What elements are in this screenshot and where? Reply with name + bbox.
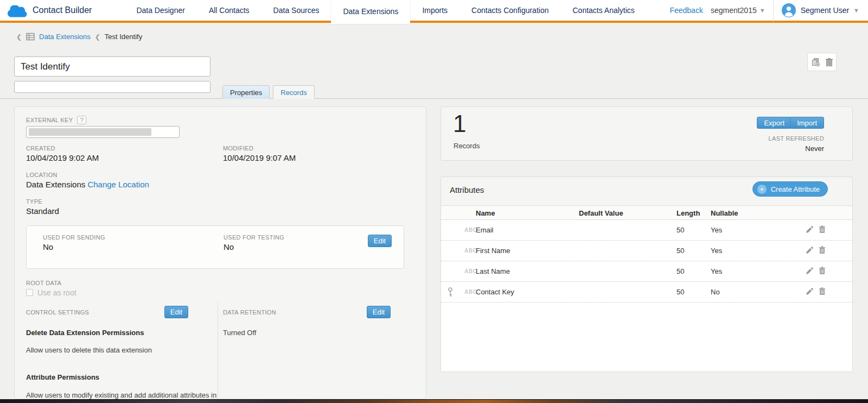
nav-item-contacts-configuration[interactable]: Contacts Configuration xyxy=(459,0,560,22)
delete-icon[interactable] xyxy=(825,58,833,67)
column-header-length: Length xyxy=(676,209,700,217)
feedback-link[interactable]: Feedback xyxy=(669,6,703,15)
attribute-name: Contact Key xyxy=(476,288,514,296)
text-type-icon: ABC xyxy=(464,289,477,295)
records-summary-panel: 1 Records Export Import LAST REFRESHED N… xyxy=(441,106,853,161)
tab-label: Records xyxy=(280,89,307,97)
user-menu[interactable]: Segment User ▼ xyxy=(781,3,859,18)
last-refreshed-value: Never xyxy=(805,144,824,153)
chevron-down-icon: ▼ xyxy=(760,7,765,14)
extension-description-input[interactable] xyxy=(14,81,210,93)
chevron-down-icon: ▼ xyxy=(853,7,859,14)
used-for-sending-label: USED FOR SENDING xyxy=(43,234,105,241)
use-as-root-label: Use as root xyxy=(37,288,76,297)
delete-trash-icon[interactable] xyxy=(819,287,826,295)
delete-permissions-desc: Allow users to delete this data extensio… xyxy=(26,346,152,354)
primary-nav: Data Designer All Contacts Data Sources … xyxy=(124,0,646,24)
attribute-nullable: Yes xyxy=(711,226,722,234)
bottom-dock-strip xyxy=(0,399,868,403)
top-navbar: Contact Builder Data Designer All Contac… xyxy=(0,0,868,23)
text-type-icon: ABC xyxy=(464,268,477,274)
attribute-nullable: Yes xyxy=(711,267,722,275)
detail-tabs: Properties Records xyxy=(222,85,315,99)
edit-pencil-icon[interactable] xyxy=(806,225,814,234)
nav-item-data-sources[interactable]: Data Sources xyxy=(261,0,331,22)
nav-item-data-designer[interactable]: Data Designer xyxy=(124,0,197,22)
import-button[interactable]: Import xyxy=(790,117,824,129)
nav-item-label: Imports xyxy=(422,6,448,15)
data-extension-grid-icon xyxy=(26,33,35,41)
attribute-nullable: No xyxy=(711,288,720,296)
delete-trash-icon[interactable] xyxy=(819,246,826,254)
nav-item-label: Contacts Configuration xyxy=(471,6,548,15)
last-refreshed-label: LAST REFRESHED xyxy=(769,135,824,142)
edit-sendable-button[interactable]: Edit xyxy=(368,235,392,247)
records-count-label: Records xyxy=(454,142,480,150)
location-label: LOCATION xyxy=(26,172,149,178)
attribute-nullable: Yes xyxy=(711,247,722,255)
delete-permissions-title: Delete Data Extension Permissions xyxy=(26,329,144,337)
edit-pencil-icon[interactable] xyxy=(806,246,814,254)
used-for-sending-value: No xyxy=(43,242,105,251)
nav-item-all-contacts[interactable]: All Contacts xyxy=(197,0,261,22)
created-label: CREATED xyxy=(26,145,99,152)
used-for-testing-label: USED FOR TESTING xyxy=(224,234,284,241)
nav-item-label: Data Designer xyxy=(136,6,185,15)
edit-pencil-icon[interactable] xyxy=(806,267,814,275)
delete-trash-icon[interactable] xyxy=(819,225,826,234)
sendable-settings-box: USED FOR SENDING No USED FOR TESTING No … xyxy=(26,225,404,269)
tab-properties[interactable]: Properties xyxy=(222,85,270,99)
breadcrumb: ❮ Data Extensions ❮ Test Identify xyxy=(16,33,142,41)
attribute-permissions-title: Attribute Permissions xyxy=(26,373,99,381)
breadcrumb-parent-link[interactable]: Data Extensions xyxy=(39,33,91,41)
records-count: 1 xyxy=(453,110,466,137)
table-row: ABC Last Name 50 Yes xyxy=(441,261,852,282)
modified-value: 10/04/2019 9:07 AM xyxy=(223,153,296,162)
text-type-icon: ABC xyxy=(464,227,477,233)
back-chevron-icon[interactable]: ❮ xyxy=(16,33,22,41)
control-settings-label: CONTROL SETTINGS xyxy=(26,309,89,316)
nav-item-imports[interactable]: Imports xyxy=(410,0,459,22)
help-icon[interactable]: ? xyxy=(77,116,86,124)
nav-item-contacts-analytics[interactable]: Contacts Analytics xyxy=(560,0,646,22)
type-value: Standard xyxy=(26,206,59,216)
copy-icon[interactable] xyxy=(811,58,820,67)
app-brand: Contact Builder xyxy=(8,4,92,17)
type-label: TYPE xyxy=(26,198,59,205)
edit-data-retention-button[interactable]: Edit xyxy=(367,306,391,318)
attribute-name: Last Name xyxy=(476,267,510,275)
created-value: 10/04/2019 9:02 AM xyxy=(26,153,99,162)
nav-item-label: Data Extensions xyxy=(343,7,398,16)
breadcrumb-chevron-icon: ❮ xyxy=(95,33,100,41)
attribute-length: 50 xyxy=(676,226,684,234)
table-row: ABC Contact Key 50 No xyxy=(441,282,852,303)
tab-records[interactable]: Records xyxy=(273,85,314,99)
extension-name-input[interactable] xyxy=(14,56,210,77)
create-attribute-button[interactable]: + Create Attribute xyxy=(752,181,828,197)
column-header-nullable: Nullable xyxy=(711,209,738,217)
change-location-link[interactable]: Change Location xyxy=(87,180,149,189)
tab-divider-line xyxy=(0,98,868,99)
app-title: Contact Builder xyxy=(33,5,92,15)
use-as-root-checkbox[interactable] xyxy=(26,289,33,296)
location-value: Data Extensions xyxy=(26,180,85,189)
attribute-name: Email xyxy=(476,226,494,234)
nav-item-data-extensions[interactable]: Data Extensions xyxy=(331,0,410,24)
column-header-default-value: Default Value xyxy=(579,209,623,217)
external-key-input[interactable] xyxy=(26,126,180,138)
account-dropdown[interactable]: segment2015 ▼ xyxy=(711,6,765,15)
breadcrumb-current: Test Identify xyxy=(105,33,142,41)
delete-trash-icon[interactable] xyxy=(819,267,826,275)
data-retention-label: DATA RETENTION xyxy=(223,309,276,316)
attribute-length: 50 xyxy=(676,267,684,275)
edit-pencil-icon[interactable] xyxy=(806,287,814,295)
create-attribute-label: Create Attribute xyxy=(771,185,820,193)
cloud-logo-icon xyxy=(8,4,27,17)
edit-control-settings-button[interactable]: Edit xyxy=(164,306,188,318)
attribute-permissions-desc: Allow users to modify existing and add a… xyxy=(26,391,216,399)
export-button[interactable]: Export xyxy=(757,117,792,129)
attributes-table-header: Name Default Value Length Nullable xyxy=(441,205,852,220)
plus-icon: + xyxy=(757,185,767,194)
primary-key-icon xyxy=(448,287,453,299)
column-header-name: Name xyxy=(476,209,495,217)
